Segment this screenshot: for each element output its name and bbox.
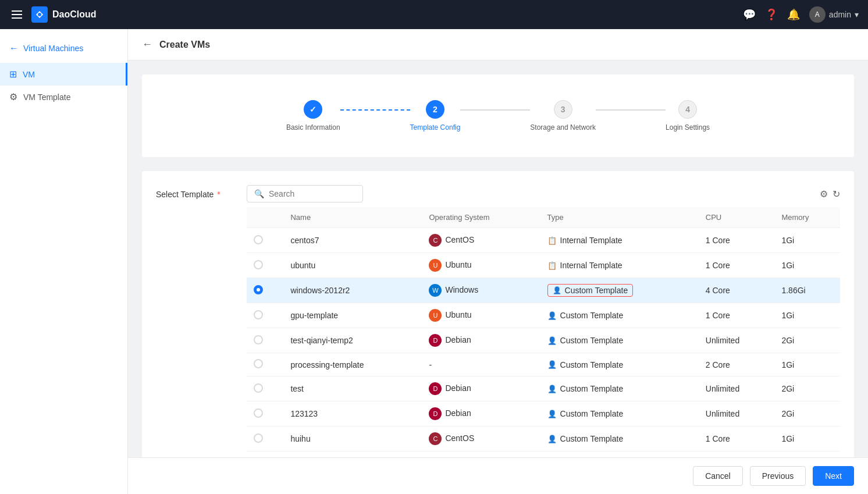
step-connector-1 bbox=[340, 109, 410, 111]
custom-template-icon: 👤 bbox=[553, 286, 561, 294]
col-cpu: CPU bbox=[699, 207, 775, 228]
table-row[interactable]: centos7CCentOS📋Internal Template1 Core1G… bbox=[247, 228, 840, 253]
name-cell-5: test-qianyi-temp2 bbox=[283, 328, 422, 353]
os-cell-5: DDebian bbox=[422, 328, 540, 353]
page-back-btn[interactable]: ← bbox=[142, 38, 152, 51]
memory-cell-3: 1.86Gi bbox=[774, 278, 840, 303]
type-cell-6: 👤Custom Template bbox=[540, 353, 699, 376]
col-type: Type bbox=[540, 207, 699, 228]
cpu-cell-3: 4 Core bbox=[699, 278, 775, 303]
type-cell-7: 👤Custom Template bbox=[540, 376, 699, 401]
page-header: ← Create VMs bbox=[128, 29, 868, 61]
name-cell-1: centos7 bbox=[283, 228, 422, 253]
radio-cell-2 bbox=[247, 253, 283, 278]
table-row[interactable]: testDDebian👤Custom TemplateUnlimited2Gi bbox=[247, 376, 840, 401]
hamburger-menu[interactable] bbox=[9, 8, 24, 21]
radio-cell-7 bbox=[247, 376, 283, 401]
os-cell-1: CCentOS bbox=[422, 228, 540, 253]
table-row[interactable]: huihuCCentOS👤Custom Template1 Core1Gi bbox=[247, 427, 840, 452]
steps-card: ✓ Basic Information 2 Template Config bbox=[142, 74, 854, 157]
name-cell-7: test bbox=[283, 376, 422, 401]
cancel-button[interactable]: Cancel bbox=[693, 466, 743, 486]
logo-text: DaoCloud bbox=[52, 9, 97, 20]
radio-cell-4 bbox=[247, 303, 283, 328]
admin-menu[interactable]: A admin ▾ bbox=[809, 6, 859, 23]
memory-cell-4: 1Gi bbox=[774, 303, 840, 328]
cpu-cell-2: 1 Core bbox=[699, 253, 775, 278]
step-label-1: Basic Information bbox=[286, 123, 340, 132]
template-section: Select Template * 🔍 ⚙ ↻ bbox=[142, 171, 854, 494]
name-cell-9: huihu bbox=[283, 427, 422, 452]
radio-8[interactable] bbox=[254, 408, 263, 418]
table-row[interactable]: 123123DDebian👤Custom TemplateUnlimited2G… bbox=[247, 401, 840, 427]
sidebar: ← Virtual Machines ⊞ VM ⚙ VM Template bbox=[0, 29, 128, 494]
back-arrow-icon: ← bbox=[9, 43, 19, 54]
type-cell-5: 👤Custom Template bbox=[540, 328, 699, 353]
vm-icon: ⊞ bbox=[9, 69, 17, 80]
sidebar-item-vm[interactable]: ⊞ VM bbox=[0, 63, 127, 86]
template-table-container: 🔍 ⚙ ↻ bbox=[247, 185, 840, 494]
step-circle-2: 2 bbox=[426, 100, 444, 119]
step-storage-network: 3 Storage and Network bbox=[530, 100, 596, 132]
step-login-settings: 4 Login Settings bbox=[666, 100, 710, 132]
previous-button[interactable]: Previous bbox=[750, 466, 806, 486]
step-basic-info: ✓ Basic Information bbox=[286, 100, 340, 132]
memory-cell-5: 2Gi bbox=[774, 328, 840, 353]
search-box[interactable]: 🔍 bbox=[247, 185, 363, 202]
step-circle-4: 4 bbox=[678, 100, 697, 119]
radio-6[interactable] bbox=[254, 359, 263, 368]
name-cell-4: gpu-template bbox=[283, 303, 422, 328]
page-title: Create VMs bbox=[159, 40, 210, 50]
memory-cell-1: 1Gi bbox=[774, 228, 840, 253]
custom-template-icon: 👤 bbox=[547, 360, 557, 369]
radio-2[interactable] bbox=[254, 260, 263, 269]
os-cell-8: DDebian bbox=[422, 401, 540, 427]
step-label-4: Login Settings bbox=[666, 123, 710, 132]
os-cell-4: UUbuntu bbox=[422, 303, 540, 328]
type-cell-3: 👤Custom Template bbox=[540, 278, 699, 303]
os-cell-6: - bbox=[422, 353, 540, 376]
sidebar-item-vm-template[interactable]: ⚙ VM Template bbox=[0, 86, 127, 108]
col-name: Name bbox=[283, 207, 422, 228]
step-label-2: Template Config bbox=[410, 123, 461, 132]
admin-label: admin bbox=[829, 10, 851, 19]
radio-3[interactable] bbox=[254, 285, 263, 294]
table-row[interactable]: ubuntuUUbuntu📋Internal Template1 Core1Gi bbox=[247, 253, 840, 278]
step-circle-1: ✓ bbox=[304, 100, 322, 119]
search-input[interactable] bbox=[269, 189, 355, 198]
sidebar-title: Virtual Machines bbox=[23, 44, 83, 53]
notification-icon[interactable]: 🔔 bbox=[787, 8, 800, 21]
refresh-icon[interactable]: ↻ bbox=[833, 189, 840, 200]
table-row[interactable]: gpu-templateUUbuntu👤Custom Template1 Cor… bbox=[247, 303, 840, 328]
radio-cell-9 bbox=[247, 427, 283, 452]
template-table: Name Operating System Type CPU Memory ce… bbox=[247, 207, 840, 477]
table-actions: 🔍 ⚙ ↻ bbox=[247, 185, 840, 202]
step-connector-3 bbox=[596, 109, 666, 111]
radio-4[interactable] bbox=[254, 310, 263, 319]
help-icon[interactable]: ❓ bbox=[765, 8, 778, 21]
chat-icon[interactable]: 💬 bbox=[743, 8, 756, 21]
radio-5[interactable] bbox=[254, 335, 263, 344]
type-cell-8: 👤Custom Template bbox=[540, 401, 699, 427]
os-cell-3: WWindows bbox=[422, 278, 540, 303]
memory-cell-6: 1Gi bbox=[774, 353, 840, 376]
vm-template-icon: ⚙ bbox=[9, 91, 17, 102]
sidebar-item-label-vm-template: VM Template bbox=[23, 93, 70, 102]
radio-7[interactable] bbox=[254, 383, 263, 393]
step-template-config: 2 Template Config bbox=[410, 100, 461, 132]
radio-cell-3 bbox=[247, 278, 283, 303]
step-connector-2 bbox=[460, 109, 530, 111]
table-row[interactable]: processing-template-👤Custom Template2 Co… bbox=[247, 353, 840, 376]
cpu-cell-8: Unlimited bbox=[699, 401, 775, 427]
radio-9[interactable] bbox=[254, 433, 263, 443]
settings-icon[interactable]: ⚙ bbox=[820, 189, 828, 200]
next-button[interactable]: Next bbox=[813, 466, 854, 486]
type-cell-2: 📋Internal Template bbox=[540, 253, 699, 278]
memory-cell-8: 2Gi bbox=[774, 401, 840, 427]
sidebar-back-btn[interactable]: ← Virtual Machines bbox=[0, 38, 127, 63]
table-row[interactable]: windows-2012r2WWindows👤Custom Template4 … bbox=[247, 278, 840, 303]
col-radio bbox=[247, 207, 283, 228]
radio-cell-8 bbox=[247, 401, 283, 427]
table-row[interactable]: test-qianyi-temp2DDebian👤Custom Template… bbox=[247, 328, 840, 353]
radio-1[interactable] bbox=[254, 235, 263, 244]
